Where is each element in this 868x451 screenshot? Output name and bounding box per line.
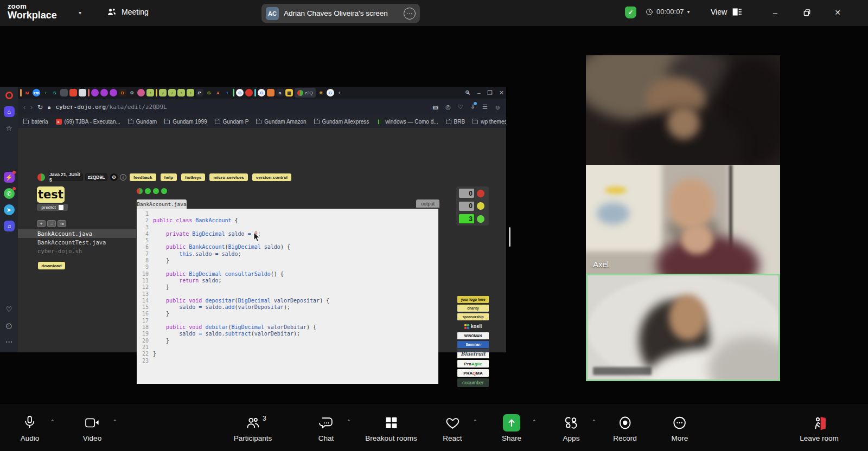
sponsor-sponsorship[interactable]: sponsorship	[457, 313, 489, 320]
orange-sq-tab[interactable]	[267, 89, 275, 96]
bookmark-item[interactable]: Gundam Amazon	[256, 119, 306, 125]
search-icon[interactable]: 🔍︎	[465, 89, 471, 96]
music-note-tab-3[interactable]: ♪	[168, 89, 176, 96]
cyber-dojo-logo[interactable]	[37, 173, 45, 181]
lime-g-tab[interactable]: G	[205, 89, 213, 96]
music-note-tab-5[interactable]: ♪	[187, 89, 194, 96]
breakout-button[interactable]: Breakout rooms	[365, 411, 417, 442]
purple-tab-2[interactable]	[100, 89, 108, 96]
star-icon[interactable]: ☆	[4, 123, 15, 133]
share-button[interactable]: Share	[502, 411, 521, 442]
version-control-button[interactable]: version-control	[252, 173, 291, 181]
feedback-button[interactable]: feedback	[130, 173, 156, 181]
sponsor-praqma[interactable]: PRAQMA	[457, 369, 489, 377]
bookmark-item[interactable]: Gundam	[128, 119, 157, 125]
multicolor-tab[interactable]	[137, 89, 145, 96]
micro-services-button[interactable]: micro-services	[209, 173, 247, 181]
predict-toggle[interactable]: predict	[37, 204, 68, 211]
ellipsis-icon[interactable]: ⋯	[404, 8, 416, 20]
ellipsis-icon[interactable]: ⋯	[4, 336, 15, 347]
url-text[interactable]: cyber-dojo.org/kata/edit/z2QD9L	[55, 104, 167, 111]
output-tab[interactable]: output	[416, 199, 439, 208]
code-editor[interactable]: 12public class BankAccount {34 private B…	[137, 209, 438, 384]
sun-tab[interactable]: ☀	[317, 89, 325, 96]
google-tab-1[interactable]: G	[236, 89, 244, 96]
amazon-tab[interactable]: a	[276, 89, 284, 96]
browser-minimize-icon[interactable]: –	[477, 89, 481, 96]
blue-plus-tab[interactable]: +	[224, 89, 231, 96]
google-tab-2[interactable]: G	[258, 89, 265, 96]
tab-group-orange[interactable]	[20, 89, 22, 96]
zoom-tab[interactable]: zm	[33, 89, 40, 96]
minimize-button[interactable]: –	[768, 7, 782, 18]
sponsor-kosli[interactable]: kosli	[457, 322, 489, 331]
purple-tab-1[interactable]	[91, 89, 99, 96]
rename-file-button[interactable]: ⇥	[58, 220, 66, 227]
meeting-timer[interactable]: 00:00:07 ▾	[646, 8, 690, 16]
react-chevron[interactable]: ⌃	[473, 419, 477, 424]
snapshot-camera-icon[interactable]: 📷︎	[432, 104, 438, 111]
chevron-down-icon[interactable]: ▾	[687, 9, 690, 15]
shared-screen-pill[interactable]: AC Adrian Chaves Oliveira's screen ⋯	[261, 4, 420, 23]
sidebar-settings-icon[interactable]: ☰	[482, 104, 488, 111]
music-note-tab-4[interactable]: ♪	[177, 89, 185, 96]
music-note-tab-1[interactable]: ♪	[146, 89, 154, 96]
google-tab-3[interactable]: G	[327, 89, 334, 96]
more-button[interactable]: More	[672, 411, 688, 442]
telegram-icon[interactable]: ➤	[4, 204, 15, 215]
video-tile-1[interactable]	[586, 55, 780, 165]
green-history-dot[interactable]	[153, 188, 159, 194]
amber-count-row[interactable]: 0	[459, 202, 486, 211]
tab-group-teal[interactable]	[254, 89, 256, 96]
editor-file-tab[interactable]: BankAccount.java	[137, 199, 187, 209]
chat-chevron[interactable]: ⌃	[347, 419, 351, 424]
browser-restore-icon[interactable]: ❐	[487, 89, 493, 96]
chevron-down-icon[interactable]: ▾	[79, 10, 81, 16]
home-icon[interactable]: ⌂	[4, 106, 15, 117]
video-button[interactable]: Video	[83, 411, 101, 442]
avatar-dot[interactable]	[137, 188, 143, 194]
record-button[interactable]: Record	[613, 411, 637, 442]
bookmark-item[interactable]: bateria	[23, 119, 48, 125]
opera-logo-icon[interactable]	[4, 90, 15, 101]
messenger-icon[interactable]: ⚡	[4, 172, 15, 183]
green-history-dot[interactable]	[145, 188, 151, 194]
file-item-bankaccounttest-java[interactable]: BankAccountTest.java	[18, 238, 136, 247]
reload-icon[interactable]: ↻	[37, 104, 43, 111]
add-file-button[interactable]: +	[37, 220, 46, 227]
audio-chevron[interactable]: ⌃	[50, 419, 55, 424]
purple-tab-3[interactable]	[110, 89, 117, 96]
close-button[interactable]: ✕	[831, 7, 845, 18]
video-tile-3-active-speaker[interactable]	[586, 274, 780, 381]
sponsor-charity[interactable]: charity	[457, 305, 489, 312]
video-chevron[interactable]: ⌃	[113, 419, 117, 424]
tab-meeting[interactable]: Meeting	[106, 7, 149, 17]
restore-button[interactable]	[800, 7, 814, 18]
sponsor-samman[interactable]: Samman	[457, 341, 489, 348]
tab-group-green[interactable]	[233, 89, 234, 96]
teal-s-tab[interactable]: S	[51, 89, 59, 96]
green-count-row[interactable]: 3	[459, 214, 486, 223]
badge-shield-icon[interactable]: ◎	[445, 104, 451, 111]
sponsor-your-logo-here[interactable]: your logo here	[457, 296, 489, 303]
sponsor-wingman[interactable]: WINGMAN	[457, 332, 489, 339]
share-chevron[interactable]: ⌃	[532, 419, 537, 424]
predict-checkbox[interactable]	[59, 205, 63, 210]
leave-button[interactable]: Leave room	[800, 411, 838, 442]
security-shield-icon[interactable]: ✓	[625, 7, 636, 18]
download-button[interactable]: download	[38, 262, 65, 269]
whatsapp-icon[interactable]: ✆	[4, 188, 15, 199]
d-tab[interactable]: D	[119, 89, 126, 96]
bookmark-item[interactable]: ▸(69) TJBA - Executan...	[56, 119, 120, 125]
file-item-bankaccount-java[interactable]: BankAccount.java	[18, 229, 136, 238]
gray-card-tab[interactable]	[60, 89, 68, 96]
new-tab[interactable]: +	[336, 89, 343, 96]
apps-button[interactable]: Apps	[563, 411, 580, 442]
bookmark-item[interactable]: wp themes	[473, 119, 506, 125]
settings-tab[interactable]: ⚙	[128, 89, 136, 96]
bookmark-item[interactable]: BRB	[446, 119, 465, 125]
audio-button[interactable]: Audio	[21, 411, 40, 442]
forward-icon[interactable]: ›	[30, 104, 33, 111]
green-history-dot[interactable]	[161, 188, 167, 194]
kata-language-button[interactable]: Java 21, JUnit 5	[49, 173, 83, 181]
